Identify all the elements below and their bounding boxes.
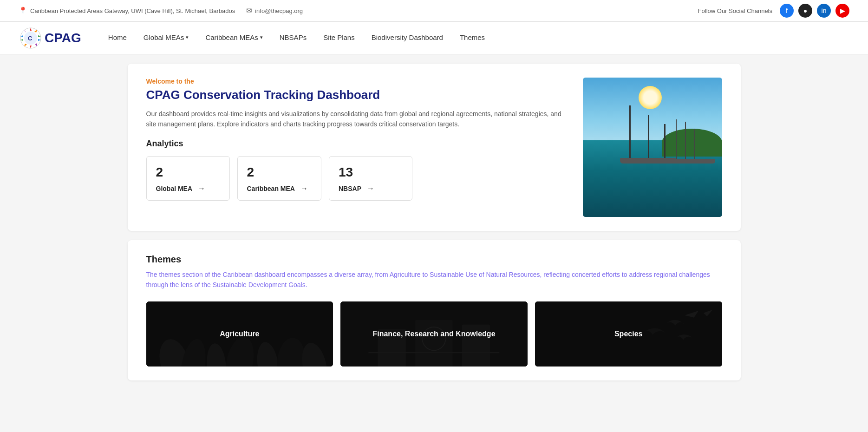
global-mea-label-row: Global MEA →: [156, 184, 216, 193]
youtube-button[interactable]: ▶: [835, 4, 849, 18]
nbsap-label-row: NBSAP →: [339, 184, 399, 193]
sun-element: [639, 86, 662, 109]
hero-card: Welcome to the CPAG Conservation Trackin…: [128, 64, 741, 231]
main-content: Welcome to the CPAG Conservation Trackin…: [109, 54, 759, 399]
logo-text: CPAG: [45, 31, 81, 46]
themes-grid: Agriculture Finance, Resear: [146, 301, 722, 367]
mast-1: [629, 105, 631, 161]
theme-tile-finance[interactable]: Finance, Research and Knowledge: [340, 301, 528, 367]
email-text: info@thecpag.org: [255, 7, 303, 14]
finance-overlay: Finance, Research and Knowledge: [340, 301, 528, 367]
mast-3: [664, 124, 666, 161]
themes-card: Themes The themes section of the Caribbe…: [128, 240, 741, 380]
mast-4: [676, 119, 677, 161]
themes-description: The themes section of the Caribbean dash…: [146, 269, 722, 290]
nbsap-arrow: →: [367, 184, 374, 193]
instagram-button[interactable]: ●: [798, 4, 812, 18]
analytics-heading: Analytics: [146, 139, 564, 149]
location-icon: 📍: [19, 7, 27, 15]
topbar-right: Follow Our Social Channels f ● in ▶: [698, 4, 849, 18]
topbar-left: 📍 Caribbean Protected Areas Gateway, UWI…: [19, 7, 303, 15]
address-item: 📍 Caribbean Protected Areas Gateway, UWI…: [19, 7, 235, 15]
social-label: Follow Our Social Channels: [698, 7, 772, 14]
mast-2: [648, 115, 649, 161]
nav-biodiversity-dashboard[interactable]: Biodiversity Dashboard: [363, 22, 451, 54]
caribbean-mea-label: Caribbean MEA: [247, 185, 295, 192]
svg-text:C: C: [28, 35, 33, 42]
email-icon: ✉: [246, 7, 252, 15]
email-item: ✉ info@thecpag.org: [246, 7, 303, 15]
nav-site-plans[interactable]: Site Plans: [315, 22, 363, 54]
caribbean-mea-number: 2: [247, 165, 308, 180]
hero-image-placeholder: [583, 78, 722, 217]
theme-tile-species[interactable]: Species: [535, 301, 722, 367]
caribbean-mea-arrow: →: [300, 184, 308, 193]
mast-5: [685, 122, 686, 161]
agriculture-label: Agriculture: [220, 330, 259, 338]
theme-tile-agriculture[interactable]: Agriculture: [146, 301, 333, 367]
species-overlay: Species: [535, 301, 722, 367]
nbsap-number: 13: [339, 165, 399, 180]
nav-links: Home Global MEAs ▾ Caribbean MEAs ▾ NBSA…: [100, 22, 493, 54]
global-mea-arrow: →: [198, 184, 205, 193]
mast-6: [694, 129, 695, 161]
global-meas-dropdown-arrow: ▾: [186, 34, 189, 40]
species-label: Species: [614, 330, 642, 338]
themes-heading: Themes: [146, 254, 722, 265]
global-mea-number: 2: [156, 165, 216, 180]
hero-title: CPAG Conservation Tracking Dashboard: [146, 88, 564, 102]
caribbean-mea-label-row: Caribbean MEA →: [247, 184, 308, 193]
logo-area[interactable]: C CPAG: [19, 26, 81, 50]
analytics-card-nbsap[interactable]: 13 NBSAP →: [329, 156, 412, 201]
agriculture-overlay: Agriculture: [146, 301, 333, 367]
boat-hull: [620, 158, 676, 164]
analytics-card-global-mea[interactable]: 2 Global MEA →: [146, 156, 230, 201]
nav-caribbean-meas[interactable]: Caribbean MEAs ▾: [197, 22, 271, 54]
caribbean-meas-dropdown-arrow: ▾: [260, 34, 263, 40]
nav-home[interactable]: Home: [100, 22, 135, 54]
cpag-logo: C: [19, 26, 43, 50]
analytics-cards: 2 Global MEA → 2 Caribbean MEA → 13: [146, 156, 564, 201]
topbar: 📍 Caribbean Protected Areas Gateway, UWI…: [0, 0, 868, 22]
hero-description: Our dashboard provides real-time insight…: [146, 109, 564, 130]
hero-text: Welcome to the CPAG Conservation Trackin…: [146, 78, 564, 201]
facebook-button[interactable]: f: [780, 4, 794, 18]
navbar: C CPAG Home Global MEAs ▾ Caribbean MEAs…: [0, 22, 868, 54]
address-text: Caribbean Protected Areas Gateway, UWI (…: [30, 7, 235, 14]
nav-global-meas[interactable]: Global MEAs ▾: [135, 22, 197, 54]
boat-hull-2: [669, 159, 715, 164]
global-mea-label: Global MEA: [156, 185, 193, 192]
nbsap-label: NBSAP: [339, 185, 361, 192]
analytics-card-caribbean-mea[interactable]: 2 Caribbean MEA →: [237, 156, 321, 201]
hill-element: [662, 129, 722, 157]
linkedin-button[interactable]: in: [817, 4, 831, 18]
nav-nbsaps[interactable]: NBSAPs: [271, 22, 315, 54]
hero-image: [583, 78, 722, 217]
welcome-label: Welcome to the: [146, 78, 564, 85]
nav-themes[interactable]: Themes: [451, 22, 493, 54]
finance-label: Finance, Research and Knowledge: [372, 330, 495, 338]
